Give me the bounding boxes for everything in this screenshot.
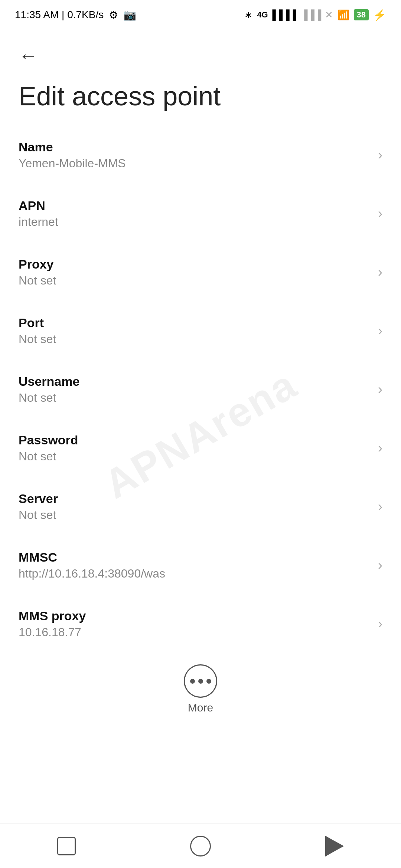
settings-item-value: Not set bbox=[19, 332, 371, 346]
settings-item-label: Server bbox=[19, 491, 371, 506]
settings-item-label: MMS proxy bbox=[19, 609, 371, 623]
settings-item-label: APN bbox=[19, 198, 371, 213]
chevron-right-icon: › bbox=[378, 323, 382, 339]
recent-apps-button[interactable] bbox=[57, 837, 76, 855]
back-nav-icon bbox=[325, 836, 344, 857]
settings-item-label: Proxy bbox=[19, 257, 371, 272]
battery-indicator: 38 bbox=[354, 9, 369, 20]
settings-item-content: NameYemen-Mobile-MMS bbox=[19, 140, 371, 170]
settings-item-name[interactable]: NameYemen-Mobile-MMS› bbox=[0, 126, 401, 184]
settings-item-value: internet bbox=[19, 215, 371, 229]
video-icon: 📷 bbox=[123, 9, 136, 21]
chevron-right-icon: › bbox=[378, 206, 382, 221]
settings-item-value: Yemen-Mobile-MMS bbox=[19, 157, 371, 170]
status-right: ∗ 4G ▌▌▌▌ ▌▌▌✕ 📶 38 ⚡ bbox=[244, 9, 386, 21]
chevron-right-icon: › bbox=[378, 558, 382, 573]
settings-item-label: Password bbox=[19, 433, 371, 447]
chevron-right-icon: › bbox=[378, 382, 382, 397]
home-button[interactable] bbox=[190, 836, 211, 857]
settings-item-password[interactable]: PasswordNot set› bbox=[0, 419, 401, 477]
bluetooth-icon: ∗ bbox=[244, 9, 252, 21]
settings-item-value: Not set bbox=[19, 508, 371, 522]
back-button[interactable]: ← bbox=[0, 30, 401, 74]
settings-item-label: Username bbox=[19, 374, 371, 389]
more-dots-icon bbox=[190, 679, 211, 684]
settings-item-content: ServerNot set bbox=[19, 491, 371, 522]
more-section: More bbox=[0, 653, 401, 721]
settings-item-value: Not set bbox=[19, 450, 371, 463]
chevron-right-icon: › bbox=[378, 499, 382, 514]
settings-item-port[interactable]: PortNot set› bbox=[0, 302, 401, 360]
charging-icon: ⚡ bbox=[373, 9, 386, 21]
settings-item-label: Name bbox=[19, 140, 371, 154]
settings-item-content: APNinternet bbox=[19, 198, 371, 229]
settings-item-apn[interactable]: APNinternet› bbox=[0, 184, 401, 243]
wifi-icon: 📶 bbox=[338, 9, 349, 21]
signal-bars2-icon: ▌▌▌✕ bbox=[304, 9, 333, 21]
back-arrow-icon: ← bbox=[19, 45, 38, 66]
chevron-right-icon: › bbox=[378, 147, 382, 163]
settings-item-content: MMSChttp://10.16.18.4:38090/was bbox=[19, 550, 371, 581]
settings-item-value: Not set bbox=[19, 391, 371, 405]
settings-item-mmsc[interactable]: MMSChttp://10.16.18.4:38090/was› bbox=[0, 536, 401, 595]
back-nav-button[interactable] bbox=[325, 836, 344, 857]
settings-icon: ⚙ bbox=[109, 9, 118, 21]
settings-item-label: Port bbox=[19, 316, 371, 330]
settings-item-content: PortNot set bbox=[19, 316, 371, 346]
settings-item-value: 10.16.18.77 bbox=[19, 625, 371, 639]
status-bar: 11:35 AM | 0.7KB/s ⚙ 📷 ∗ 4G ▌▌▌▌ ▌▌▌✕ 📶 … bbox=[0, 0, 401, 30]
more-button[interactable] bbox=[184, 664, 217, 698]
settings-item-label: MMSC bbox=[19, 550, 371, 565]
status-left: 11:35 AM | 0.7KB/s ⚙ 📷 bbox=[15, 9, 136, 21]
settings-item-content: ProxyNot set bbox=[19, 257, 371, 287]
settings-item-content: UsernameNot set bbox=[19, 374, 371, 405]
settings-item-content: PasswordNot set bbox=[19, 433, 371, 463]
settings-item-value: http://10.16.18.4:38090/was bbox=[19, 567, 371, 581]
bottom-nav bbox=[0, 823, 401, 868]
time-display: 11:35 AM | 0.7KB/s bbox=[15, 9, 104, 21]
chevron-right-icon: › bbox=[378, 264, 382, 280]
settings-item-username[interactable]: UsernameNot set› bbox=[0, 360, 401, 419]
home-icon bbox=[190, 836, 211, 857]
chevron-right-icon: › bbox=[378, 440, 382, 456]
signal-bars-icon: ▌▌▌▌ bbox=[273, 9, 300, 21]
settings-item-value: Not set bbox=[19, 274, 371, 287]
more-label: More bbox=[188, 701, 213, 714]
page-title: Edit access point bbox=[0, 74, 401, 126]
chevron-right-icon: › bbox=[378, 616, 382, 632]
settings-list: NameYemen-Mobile-MMS›APNinternet›ProxyNo… bbox=[0, 126, 401, 653]
settings-item-mms-proxy[interactable]: MMS proxy10.16.18.77› bbox=[0, 595, 401, 653]
recent-apps-icon bbox=[57, 837, 76, 855]
settings-item-proxy[interactable]: ProxyNot set› bbox=[0, 243, 401, 302]
signal-4g-icon: 4G bbox=[257, 10, 268, 20]
settings-item-server[interactable]: ServerNot set› bbox=[0, 477, 401, 536]
settings-item-content: MMS proxy10.16.18.77 bbox=[19, 609, 371, 639]
